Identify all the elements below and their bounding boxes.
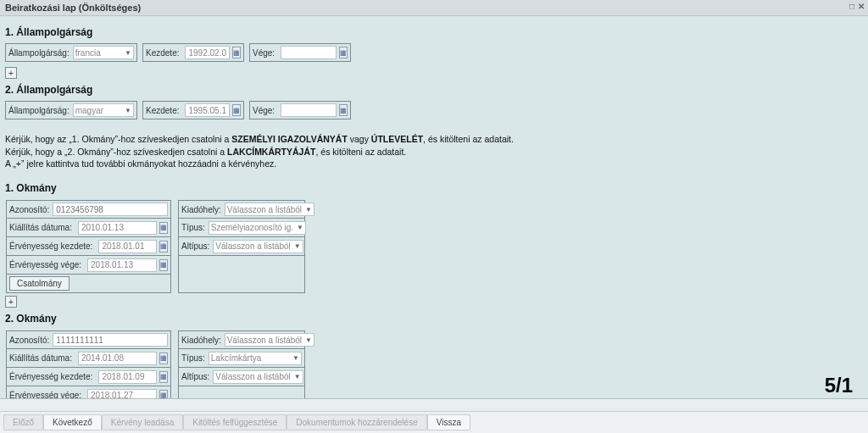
chevron-down-icon: ▼: [305, 206, 312, 214]
end-label: Vége:: [253, 106, 275, 115]
issuer-label: Kiadóhely:: [181, 336, 221, 345]
citizenship-2-start-input[interactable]: [185, 103, 230, 117]
chevron-down-icon: ▼: [125, 49, 131, 57]
doc2-type-select[interactable]: Lakcímkártya▼: [209, 352, 302, 365]
doc2-id-field: Azonosító:: [6, 330, 171, 349]
citizenship-1-select[interactable]: francia▼: [73, 46, 134, 59]
close-icon[interactable]: ✕: [858, 2, 865, 11]
window-titlebar: Beiratkozási lap (Önköltséges) □ ✕: [0, 0, 868, 16]
doc2-valid-from-input[interactable]: [98, 370, 157, 384]
next-button[interactable]: Következő: [43, 414, 102, 430]
doc2-valid-to-input[interactable]: [87, 389, 157, 399]
prev-button[interactable]: Előző: [3, 414, 43, 430]
doc2-valid-from-field: Érvényesség kezdete: ▦: [6, 368, 171, 386]
chevron-down-icon: ▼: [294, 242, 301, 250]
calendar-icon[interactable]: ▦: [339, 104, 348, 116]
id-label: Azonosító:: [9, 336, 49, 345]
start-label: Kezdete:: [146, 48, 179, 58]
citizenship-2-select[interactable]: magyar▼: [73, 103, 134, 117]
citizenship-1-end-field: Vége: ▦: [249, 43, 351, 62]
doc2-issuer-field: Kiadóhely: Válasszon a listából▼: [178, 330, 305, 349]
citizenship-1-field: Állampolgárság: francia▼: [5, 43, 137, 62]
doc2-valid-to-field: Érvényesség vége: ▦: [6, 386, 171, 399]
calendar-icon[interactable]: ▦: [159, 259, 168, 271]
calendar-icon[interactable]: ▦: [159, 371, 168, 383]
back-button[interactable]: Vissza: [427, 414, 470, 430]
doc2-id-input[interactable]: [53, 333, 168, 347]
doc1-issue-date-input[interactable]: [78, 221, 157, 235]
doc1-id-field: Azonosító:: [6, 200, 171, 219]
citizenship-2-end-field: Vége: ▦: [249, 101, 351, 119]
start-label: Kezdete:: [146, 106, 179, 115]
citizenship-2-end-input[interactable]: [281, 103, 337, 117]
suspend-button[interactable]: Kitöltés felfüggesztése: [183, 414, 287, 430]
issuer-label: Kiadóhely:: [181, 205, 221, 214]
citizenship-1-end-input[interactable]: [281, 46, 337, 59]
subtype-label: Altípus:: [181, 241, 209, 251]
chevron-down-icon: ▼: [292, 354, 299, 362]
page-indicator: 5/1: [825, 374, 853, 397]
valid-from-label: Érvényesség kezdete:: [9, 372, 92, 381]
section-title-citizenship-1: 1. Állampolgárság: [5, 26, 863, 38]
chevron-down-icon: ▼: [305, 336, 312, 344]
doc1-empty-cell: [178, 256, 305, 293]
add-citizenship-button[interactable]: +: [5, 67, 17, 79]
submit-button[interactable]: Kérvény leadása: [102, 414, 184, 430]
doc1-valid-from-field: Érvényesség kezdete: ▦: [6, 237, 171, 256]
issue-date-label: Kiállítás dátuma:: [9, 223, 72, 232]
doc1-id-input[interactable]: [53, 203, 168, 216]
doc2-subtype-select[interactable]: Válasszon a listából▼: [213, 370, 303, 384]
calendar-icon[interactable]: ▦: [232, 47, 241, 58]
chevron-down-icon: ▼: [294, 373, 301, 380]
doc1-valid-to-input[interactable]: [87, 258, 157, 272]
doc1-issuer-select[interactable]: Válasszon a listából▼: [225, 203, 314, 216]
doc1-issue-date-field: Kiállítás dátuma: ▦: [6, 219, 171, 237]
doc1-subtype-select[interactable]: Válasszon a listából▼: [213, 240, 303, 253]
doc2-issuer-select[interactable]: Válasszon a listából▼: [225, 333, 314, 347]
calendar-icon[interactable]: ▦: [159, 390, 168, 399]
detach-icon[interactable]: □: [849, 2, 854, 11]
calendar-icon[interactable]: ▦: [232, 104, 241, 116]
type-label: Típus:: [181, 223, 205, 232]
citizenship-label: Állampolgárság:: [8, 48, 70, 58]
end-label: Vége:: [253, 48, 275, 58]
doc1-type-select[interactable]: Személyiazonosító ig.▼: [209, 221, 306, 235]
doc1-issuer-field: Kiadóhely: Válasszon a listából▼: [178, 200, 305, 219]
id-label: Azonosító:: [9, 205, 49, 214]
subtype-label: Altípus:: [181, 372, 209, 381]
chevron-down-icon: ▼: [125, 107, 131, 114]
valid-to-label: Érvényesség vége:: [9, 260, 81, 269]
doc1-type-field: Típus: Személyiazonosító ig.▼: [178, 219, 305, 237]
citizenship-label: Állampolgárság:: [8, 106, 70, 115]
window-title: Beiratkozási lap (Önköltséges): [5, 3, 141, 13]
citizenship-2-start-field: Kezdete: ▦: [142, 101, 244, 119]
chevron-down-icon: ▼: [297, 224, 303, 231]
doc1-attachment-button[interactable]: Csatolmány: [9, 276, 70, 291]
valid-to-label: Érvényesség vége:: [9, 391, 81, 399]
calendar-icon[interactable]: ▦: [159, 222, 168, 234]
section-title-document-1: 1. Okmány: [5, 182, 863, 194]
doc2-issue-date-field: Kiállítás dátuma: ▦: [6, 349, 171, 368]
doc1-attachment-cell: Csatolmány: [6, 275, 171, 293]
doc2-empty-cell: [178, 386, 305, 399]
citizenship-1-start-input[interactable]: [185, 46, 230, 59]
calendar-icon[interactable]: ▦: [339, 47, 348, 58]
section-title-citizenship-2: 2. Állampolgárság: [5, 84, 863, 96]
section-title-document-2: 2. Okmány: [5, 313, 863, 325]
calendar-icon[interactable]: ▦: [159, 353, 168, 364]
doc2-issue-date-input[interactable]: [78, 352, 157, 365]
doc1-subtype-field: Altípus: Válasszon a listából▼: [178, 237, 305, 256]
bottom-toolbar: Előző Következő Kérvény leadása Kitöltés…: [0, 411, 868, 433]
citizenship-1-start-field: Kezdete: ▦: [142, 43, 244, 62]
doc2-subtype-field: Altípus: Válasszon a listából▼: [178, 368, 305, 386]
citizenship-2-field: Állampolgárság: magyar▼: [5, 101, 137, 119]
form-content: 1. Állampolgárság Állampolgárság: franci…: [0, 16, 868, 399]
calendar-icon[interactable]: ▦: [159, 241, 168, 253]
doc1-valid-from-input[interactable]: [98, 240, 157, 253]
add-document-button[interactable]: +: [5, 296, 17, 308]
doc1-valid-to-field: Érvényesség vége: ▦: [6, 256, 171, 275]
attach-docs-button[interactable]: Dokumentumok hozzárendelése: [287, 414, 426, 430]
issue-date-label: Kiállítás dátuma:: [9, 353, 72, 363]
doc2-type-field: Típus: Lakcímkártya▼: [178, 349, 305, 368]
instructions-text: Kérjük, hogy az „1. Okmány”-hoz szíveske…: [5, 133, 863, 170]
